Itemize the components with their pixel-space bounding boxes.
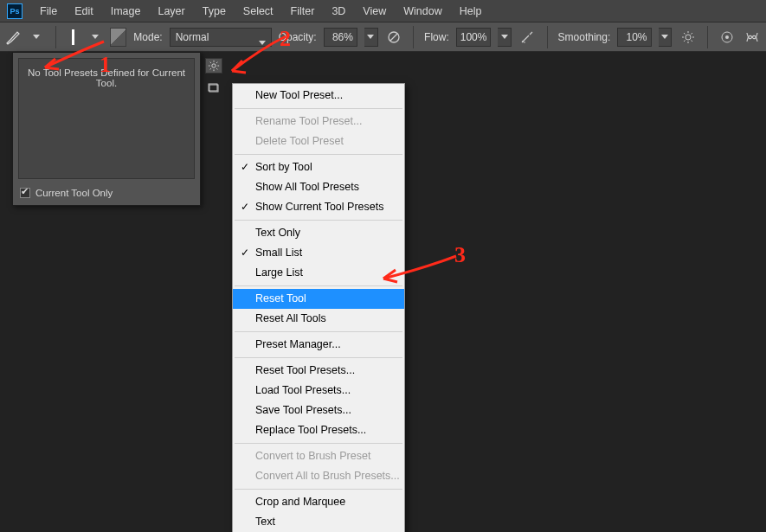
menu-item-reset-tool-presets[interactable]: Reset Tool Presets... [233, 361, 404, 381]
current-tool-only-label: Current Tool Only [35, 188, 113, 198]
svg-line-9 [691, 40, 692, 42]
menu-item-show-current-tool-presets[interactable]: Show Current Tool Presets [233, 197, 404, 217]
menu-edit[interactable]: Edit [66, 2, 102, 21]
menu-item-save-tool-presets[interactable]: Save Tool Presets... [233, 401, 404, 420]
pressure-opacity-icon[interactable] [385, 27, 403, 48]
menu-item-text[interactable]: Text [233, 512, 404, 532]
menu-item-convert-all-to-brush-presets: Convert All to Brush Presets... [233, 466, 404, 486]
menu-image[interactable]: Image [102, 2, 150, 21]
svg-point-14 [212, 64, 216, 67]
separator [547, 26, 548, 48]
separator [707, 26, 708, 48]
tool-preset-dropdown[interactable] [29, 28, 45, 47]
new-preset-icon[interactable] [205, 80, 222, 96]
menu-separator [235, 443, 402, 444]
flow-label: Flow: [424, 31, 449, 43]
preset-menu-gear-icon[interactable] [205, 58, 222, 74]
svg-point-3 [686, 35, 691, 40]
smoothing-dropdown[interactable] [659, 28, 673, 47]
menu-item-load-tool-presets[interactable]: Load Tool Presets... [233, 381, 404, 401]
menu-item-new-tool-preset[interactable]: New Tool Preset... [233, 86, 404, 106]
airbrush-icon[interactable] [518, 27, 537, 48]
svg-line-8 [684, 33, 686, 35]
current-tool-only-checkbox[interactable] [20, 188, 30, 198]
mode-select[interactable]: Normal [170, 28, 272, 47]
menu-separator [235, 154, 402, 155]
flow-dropdown[interactable] [498, 28, 512, 47]
flow-field[interactable]: 100% [456, 28, 492, 47]
menu-item-delete-tool-preset: Delete Tool Preset [233, 131, 404, 151]
svg-point-1 [522, 41, 524, 42]
svg-line-10 [684, 40, 686, 42]
menu-item-sort-by-tool[interactable]: Sort by Tool [233, 157, 404, 177]
menu-separator [235, 285, 402, 286]
svg-point-2 [525, 42, 526, 43]
menu-select[interactable]: Select [235, 2, 282, 21]
menu-item-reset-all-tools[interactable]: Reset All Tools [233, 309, 404, 329]
menu-separator [235, 331, 402, 332]
menu-bar: Ps FileEditImageLayerTypeSelectFilter3DV… [0, 0, 766, 22]
smoothing-label: Smoothing: [558, 31, 611, 43]
menu-view[interactable]: View [354, 2, 395, 21]
opacity-field[interactable]: 86% [324, 28, 357, 47]
menu-type[interactable]: Type [194, 2, 235, 21]
smoothing-gear-icon[interactable] [679, 27, 697, 48]
app-logo: Ps [7, 3, 23, 19]
opacity-dropdown[interactable] [364, 28, 378, 47]
menu-item-small-list[interactable]: Small List [233, 243, 404, 263]
menu-item-convert-to-brush-preset: Convert to Brush Preset [233, 446, 404, 466]
menu-item-rename-tool-preset: Rename Tool Preset... [233, 112, 404, 131]
tool-preset-panel: No Tool Presets Defined for Current Tool… [12, 52, 201, 206]
annotation-number-3: 3 [454, 242, 466, 268]
preset-empty-text: No Tool Presets Defined for Current Tool… [19, 67, 194, 88]
opacity-label: Opacity: [279, 31, 317, 43]
menu-separator [235, 489, 402, 490]
separator [413, 26, 414, 48]
mode-value: Normal [176, 31, 209, 43]
svg-line-19 [210, 62, 211, 63]
brush-picker-dropdown[interactable] [87, 28, 103, 47]
svg-line-22 [216, 62, 217, 63]
svg-point-13 [725, 35, 729, 39]
svg-line-11 [691, 33, 692, 35]
menu-help[interactable]: Help [451, 2, 491, 21]
svg-line-20 [216, 68, 217, 69]
options-bar: Mode: Normal Opacity: 86% Flow: 100% Smo… [0, 22, 766, 52]
brush-settings-icon[interactable] [110, 28, 126, 47]
menu-filter[interactable]: Filter [282, 2, 324, 21]
menu-3d[interactable]: 3D [323, 2, 354, 21]
smoothing-field[interactable]: 10% [617, 28, 651, 47]
menu-layer[interactable]: Layer [149, 2, 193, 21]
svg-line-21 [210, 68, 211, 69]
separator [55, 26, 56, 48]
menu-file[interactable]: File [31, 2, 66, 21]
brush-preview[interactable] [67, 28, 80, 47]
menu-separator [235, 108, 402, 109]
preset-list: No Tool Presets Defined for Current Tool… [18, 58, 195, 179]
symmetry-icon[interactable] [743, 27, 761, 48]
menu-item-replace-tool-presets[interactable]: Replace Tool Presets... [233, 420, 404, 440]
menu-item-show-all-tool-presets[interactable]: Show All Tool Presets [233, 177, 404, 197]
pressure-size-icon[interactable] [718, 27, 737, 48]
menu-item-text-only[interactable]: Text Only [233, 223, 404, 243]
menu-item-large-list[interactable]: Large List [233, 263, 404, 283]
preset-flyout-menu: New Tool Preset...Rename Tool Preset...D… [232, 83, 405, 532]
menu-item-crop-and-marquee[interactable]: Crop and Marquee [233, 492, 404, 512]
menu-separator [235, 357, 402, 358]
brush-tool-icon[interactable] [5, 28, 22, 47]
menu-separator [235, 220, 402, 221]
menu-window[interactable]: Window [395, 2, 450, 21]
mode-label: Mode: [133, 31, 162, 43]
menu-item-preset-manager[interactable]: Preset Manager... [233, 335, 404, 355]
menu-item-reset-tool[interactable]: Reset Tool [233, 289, 404, 309]
